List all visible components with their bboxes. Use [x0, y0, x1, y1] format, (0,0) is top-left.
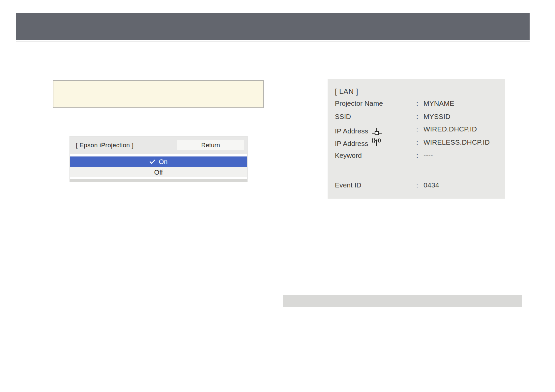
menu-spacer: [70, 154, 247, 156]
wireless-network-icon: [371, 138, 382, 149]
lan-value: ----: [424, 151, 501, 160]
bottom-gray-bar: [283, 295, 522, 307]
menu-option-off[interactable]: Off: [70, 167, 247, 177]
menu-option-label: Off: [154, 169, 163, 176]
return-button[interactable]: Return: [177, 140, 244, 150]
lan-row-keyword: Keyword : ----: [335, 151, 501, 160]
header-bar: [16, 13, 530, 40]
lan-row-event-id: Event ID : 0434: [335, 181, 501, 190]
colon-separator: :: [416, 112, 424, 121]
lan-panel-title: [ LAN ]: [335, 87, 358, 96]
lan-label: IP Address: [335, 139, 368, 148]
lan-value: 0434: [424, 181, 501, 190]
iprojection-menu: [ Epson iProjection ] Return On Off: [70, 136, 248, 182]
lan-label: SSID: [335, 112, 351, 121]
next-item-strip: [70, 179, 247, 182]
menu-option-on[interactable]: On: [70, 156, 247, 167]
note-box: [53, 80, 264, 108]
lan-label: Projector Name: [335, 99, 383, 108]
lan-label: Keyword: [335, 151, 362, 160]
lan-value: WIRED.DHCP.ID: [424, 125, 501, 134]
colon-separator: :: [416, 181, 424, 190]
lan-label: Event ID: [335, 181, 362, 190]
lan-row-ip-wireless: IP Address : WIRELESS.DHCP.ID: [335, 138, 501, 149]
colon-separator: :: [416, 99, 424, 108]
header-underline: [16, 41, 530, 42]
colon-separator: :: [416, 151, 424, 160]
manual-page: [ Epson iProjection ] Return On Off [ LA…: [0, 0, 555, 392]
lan-label: IP Address: [335, 126, 368, 136]
wired-network-icon: [371, 127, 382, 138]
menu-header: [ Epson iProjection ] Return: [70, 136, 247, 154]
lan-value: WIRELESS.DHCP.ID: [424, 138, 501, 147]
check-icon: [150, 159, 155, 164]
colon-separator: :: [416, 125, 424, 134]
lan-value: MYSSID: [424, 112, 501, 121]
lan-info-panel: [ LAN ] Projector Name : MYNAME SSID : M…: [328, 79, 505, 199]
lan-row-projector-name: Projector Name : MYNAME: [335, 99, 501, 108]
menu-title: [ Epson iProjection ]: [76, 142, 133, 149]
lan-row-ssid: SSID : MYSSID: [335, 112, 501, 121]
lan-row-ip-wired: IP Address : WIRED.DHCP.ID: [335, 125, 501, 138]
lan-value: MYNAME: [424, 99, 501, 108]
menu-option-label: On: [159, 158, 168, 166]
colon-separator: :: [416, 138, 424, 147]
